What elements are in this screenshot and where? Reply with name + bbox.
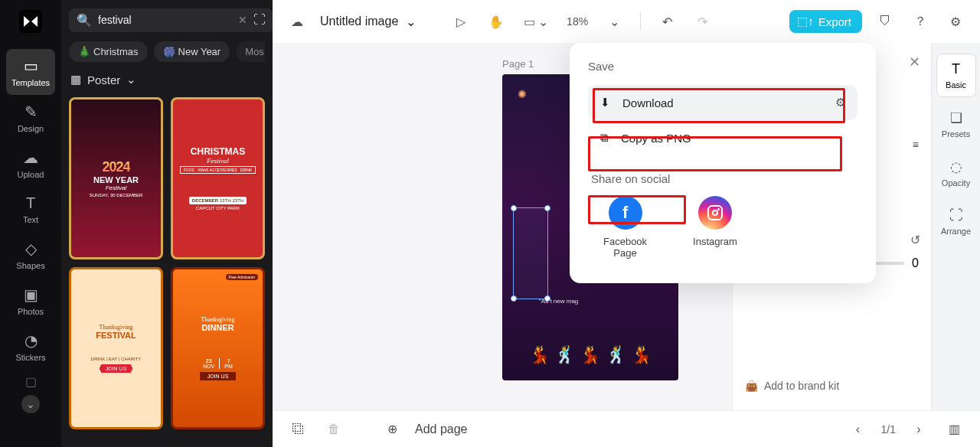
rail-photos[interactable]: ▣Photos [6, 278, 55, 324]
close-panel-icon[interactable]: ✕ [909, 54, 920, 70]
rail-label: Text [23, 215, 38, 224]
rail-label: Stickers [15, 353, 45, 362]
rail-label: Photos [18, 307, 44, 316]
doc-title[interactable]: Untitled image ⌄ [320, 15, 416, 29]
zoom-level[interactable]: 18% [564, 15, 591, 28]
tag-chips: 🎄Christmas 🎆New Year Mos [69, 41, 265, 62]
annotation-highlight [588, 136, 842, 171]
chip-label: Mos [245, 46, 264, 57]
chip-label: Christmas [93, 46, 139, 57]
search-box[interactable]: 🔍 ✕ ⛶ [69, 8, 273, 32]
chip-more[interactable]: Mos [236, 41, 265, 62]
selection-box[interactable] [513, 207, 548, 299]
rail-text[interactable]: TText [6, 187, 55, 232]
upload-icon: ☁ [23, 148, 38, 167]
top-bar: ☁ Untitled image ⌄ ▷ ✋ ▭ ⌄ 18% ⌄ ↶ ↷ ⬚↑ … [273, 0, 980, 43]
rail-templates[interactable]: ▭ Templates [6, 49, 55, 95]
rail-label: Upload [18, 170, 44, 179]
undo-button[interactable]: ↶ [655, 9, 679, 34]
align-icon[interactable]: ≡ [913, 139, 919, 151]
cursor-tool[interactable]: ▷ [449, 9, 473, 34]
social-label: Facebook Page [603, 236, 647, 259]
page-indicator: 1/1 [881, 423, 896, 436]
photos-icon: ▣ [24, 285, 38, 304]
settings-icon[interactable]: ⚙ [943, 9, 968, 34]
annotation-highlight [593, 88, 845, 123]
template-thumb[interactable]: Thanksgiving DINNER Free Admission 23NOV… [171, 267, 265, 429]
pages-overview-icon[interactable]: ▥ [942, 417, 966, 442]
rr-arrange[interactable]: ⛶Arrange [936, 200, 976, 243]
chevron-down-icon: ⌄ [406, 15, 416, 29]
templates-icon: ▭ [24, 57, 38, 75]
rail-label: Design [18, 124, 44, 133]
next-page-icon[interactable]: › [906, 417, 931, 442]
brand-kit-label: Add to brand kit [764, 380, 839, 392]
share-instagram[interactable]: Instagram [693, 196, 737, 259]
doc-title-text: Untitled image [320, 15, 398, 28]
rail-label: Shapes [16, 261, 44, 270]
opacity-icon: ◌ [950, 158, 962, 175]
add-brand-kit[interactable]: 👜 Add to brand kit [745, 374, 919, 398]
stickers-icon: ◔ [24, 331, 38, 350]
hand-tool[interactable]: ✋ [484, 9, 508, 34]
template-thumb[interactable]: 2024 NEW YEARFestival SUNDAY, 30 DECEMBE… [69, 97, 163, 259]
rail-more[interactable]: ⌄ [21, 395, 40, 413]
clear-search-icon[interactable]: ✕ [238, 14, 247, 26]
arrange-icon: ⛶ [949, 207, 963, 224]
duplicate-page-icon[interactable]: ⿻ [286, 417, 311, 442]
search-input[interactable] [98, 14, 232, 26]
rr-opacity[interactable]: ◌Opacity [936, 151, 976, 195]
design-icon: ✎ [24, 103, 38, 121]
zoom-chevron[interactable]: ⌄ [602, 9, 626, 34]
right-rail: TBasic ❏Presets ◌Opacity ⛶Arrange [931, 43, 980, 410]
template-grid: 2024 NEW YEARFestival SUNDAY, 30 DECEMBE… [69, 97, 265, 429]
shapes-icon: ◇ [25, 240, 37, 258]
chip-christmas[interactable]: 🎄Christmas [69, 41, 148, 62]
scan-icon[interactable]: ⛶ [253, 13, 266, 27]
chevron-down-icon: ⌄ [126, 73, 136, 86]
presets-icon: ❏ [950, 109, 962, 126]
frame-icon[interactable]: ▢ [25, 374, 37, 389]
reset-icon[interactable]: ↺ [910, 233, 920, 247]
chip-label: New Year [178, 46, 221, 57]
shield-icon[interactable]: ⛉ [873, 9, 897, 34]
app-logo[interactable] [15, 6, 46, 37]
rail-shapes[interactable]: ◇Shapes [6, 232, 55, 278]
rail-upload[interactable]: ☁Upload [6, 141, 55, 187]
svg-rect-0 [19, 10, 42, 33]
firework-icon: ✺ [518, 88, 527, 100]
export-button[interactable]: ⬚↑ Export [789, 10, 862, 33]
social-label: Instagram [693, 236, 737, 247]
redo-button[interactable]: ↷ [690, 9, 714, 34]
category-selector[interactable]: ▦ Poster ⌄ [69, 70, 265, 90]
cloud-sync-icon[interactable]: ☁ [285, 9, 309, 34]
popup-save-title: Save [588, 60, 858, 73]
rail-stickers[interactable]: ◔Stickers [6, 324, 55, 370]
prev-page-icon[interactable]: ‹ [846, 417, 871, 442]
word-spacing-value[interactable]: 0 [912, 256, 919, 270]
add-page-icon: ⊕ [380, 417, 404, 442]
export-label: Export [818, 15, 851, 28]
instagram-icon [698, 196, 732, 230]
chip-new-year[interactable]: 🎆New Year [154, 41, 230, 62]
basic-icon: T [952, 61, 960, 77]
grid-icon: ▦ [70, 73, 81, 86]
annotation-highlight [588, 195, 686, 224]
text-icon: T [26, 194, 35, 212]
crop-tool[interactable]: ▭ ⌄ [519, 9, 553, 34]
template-thumb[interactable]: Thanksgiving FESTIVAL DRINK | EAT | CHAR… [69, 267, 163, 429]
rail-label: Templates [11, 78, 50, 87]
template-panel: 🔍 ✕ ⛶ ⚲ 🎄Christmas 🎆New Year Mos ▦ Poste… [61, 0, 273, 447]
search-row: 🔍 ✕ ⛶ ⚲ [69, 6, 265, 34]
add-page-button[interactable]: Add page [415, 423, 468, 436]
rr-basic[interactable]: TBasic [936, 54, 976, 97]
template-thumb[interactable]: CHRISTMASFestival FOOD · XMAS ACCESSORIE… [171, 97, 265, 259]
rail-design[interactable]: ✎Design [6, 95, 55, 141]
delete-page-icon[interactable]: 🗑 [322, 417, 346, 442]
rr-presets[interactable]: ❏Presets [936, 102, 976, 146]
search-icon: 🔍 [77, 13, 92, 28]
help-icon[interactable]: ？ [908, 9, 933, 34]
people-graphic: 💃 🕺 💃 🕺 💃 [502, 345, 678, 365]
canvas-text[interactable]: "As t new mag [539, 298, 578, 305]
bottom-bar: ⿻ 🗑 ⊕ Add page ‹ 1/1 › ▥ [273, 410, 980, 447]
